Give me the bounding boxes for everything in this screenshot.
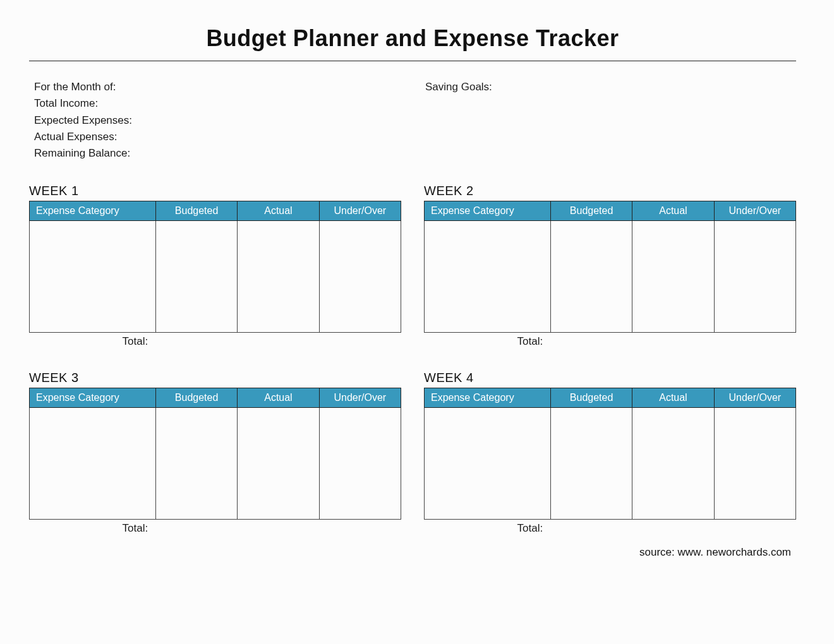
cell <box>425 220 551 332</box>
col-category: Expense Category <box>30 388 156 407</box>
cell <box>319 407 401 519</box>
table-row <box>425 220 796 332</box>
cell <box>632 407 714 519</box>
week-3-table: Expense Category Budgeted Actual Under/O… <box>29 388 401 520</box>
cell <box>632 220 714 332</box>
col-budgeted: Budgeted <box>155 201 237 220</box>
col-under-over: Under/Over <box>714 388 795 407</box>
remaining-balance-label: Remaining Balance: <box>34 145 400 162</box>
summary-left: For the Month of: Total Income: Expected… <box>34 79 400 162</box>
actual-expenses-label: Actual Expenses: <box>34 129 400 145</box>
cell <box>30 407 156 519</box>
col-category: Expense Category <box>425 388 551 407</box>
week-2-title: WEEK 2 <box>424 184 796 198</box>
col-actual: Actual <box>632 201 714 220</box>
cell <box>238 407 319 519</box>
page-title: Budget Planner and Expense Tracker <box>29 25 796 61</box>
cell <box>425 407 551 519</box>
table-row <box>425 407 796 519</box>
month-label: For the Month of: <box>34 79 400 95</box>
cell <box>238 220 319 332</box>
col-actual: Actual <box>238 388 319 407</box>
total-income-label: Total Income: <box>34 95 400 112</box>
week-2-total-row: Total: <box>424 335 796 348</box>
week-4-block: WEEK 4 Expense Category Budgeted Actual … <box>424 371 796 535</box>
week-1-title: WEEK 1 <box>29 184 401 198</box>
col-under-over: Under/Over <box>714 201 795 220</box>
table-row <box>30 220 401 332</box>
table-row <box>30 407 401 519</box>
cell <box>714 220 795 332</box>
week-1-block: WEEK 1 Expense Category Budgeted Actual … <box>29 184 401 348</box>
col-actual: Actual <box>238 201 319 220</box>
col-actual: Actual <box>632 388 714 407</box>
cell <box>714 407 795 519</box>
cell <box>550 407 632 519</box>
source-attribution: source: www. neworchards.com <box>29 546 796 559</box>
week-4-title: WEEK 4 <box>424 371 796 385</box>
cell <box>319 220 401 332</box>
week-2-table: Expense Category Budgeted Actual Under/O… <box>424 201 796 333</box>
cell <box>155 220 237 332</box>
col-under-over: Under/Over <box>319 388 401 407</box>
weeks-grid: WEEK 1 Expense Category Budgeted Actual … <box>29 184 796 535</box>
week-1-table: Expense Category Budgeted Actual Under/O… <box>29 201 401 333</box>
week-3-total-row: Total: <box>29 522 401 535</box>
cell <box>30 220 156 332</box>
saving-goals-label: Saving Goals: <box>425 79 791 95</box>
week-2-block: WEEK 2 Expense Category Budgeted Actual … <box>424 184 796 348</box>
cell <box>550 220 632 332</box>
col-budgeted: Budgeted <box>155 388 237 407</box>
week-3-title: WEEK 3 <box>29 371 401 385</box>
week-1-total-row: Total: <box>29 335 401 348</box>
col-category: Expense Category <box>425 201 551 220</box>
col-budgeted: Budgeted <box>550 388 632 407</box>
summary-right: Saving Goals: <box>425 79 791 162</box>
week-4-table: Expense Category Budgeted Actual Under/O… <box>424 388 796 520</box>
week-3-block: WEEK 3 Expense Category Budgeted Actual … <box>29 371 401 535</box>
week-3-total-label: Total: <box>29 522 155 535</box>
summary-section: For the Month of: Total Income: Expected… <box>29 79 796 162</box>
week-2-total-label: Total: <box>424 335 550 348</box>
cell <box>155 407 237 519</box>
week-4-total-row: Total: <box>424 522 796 535</box>
col-category: Expense Category <box>30 201 156 220</box>
col-budgeted: Budgeted <box>550 201 632 220</box>
week-1-total-label: Total: <box>29 335 155 348</box>
week-4-total-label: Total: <box>424 522 550 535</box>
expected-expenses-label: Expected Expenses: <box>34 112 400 129</box>
col-under-over: Under/Over <box>319 201 401 220</box>
